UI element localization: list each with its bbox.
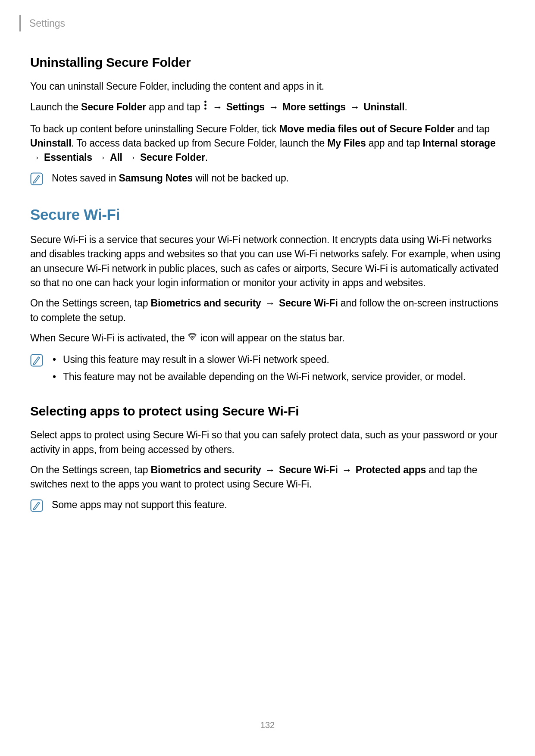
arrow: → [346, 101, 363, 112]
text: app and tap [366, 137, 422, 149]
text-bold: Protected apps [356, 464, 426, 475]
text-bold: Secure Folder [81, 101, 146, 112]
text: and tap [454, 123, 490, 134]
text-bold: Biometrics and security [151, 297, 261, 309]
text-bold: Uninstall [363, 101, 404, 112]
text-bold: Move media files out of Secure Folder [279, 123, 455, 134]
list-item: Using this feature may result in a slowe… [52, 353, 505, 367]
text: On the Settings screen, tap [30, 297, 151, 309]
text: will not be backed up. [193, 172, 289, 184]
note-icon [30, 354, 43, 367]
more-options-icon [204, 100, 207, 114]
note-list: Using this feature may result in a slowe… [52, 353, 505, 387]
text: icon will appear on the status bar. [198, 332, 345, 344]
uninstall-p3: To back up content before uninstalling S… [30, 122, 505, 165]
note-block: Notes saved in Samsung Notes will not be… [30, 171, 505, 185]
note-block: Using this feature may result in a slowe… [30, 353, 505, 387]
svg-point-2 [204, 108, 206, 110]
text-bold: Samsung Notes [119, 172, 193, 184]
text-bold: More settings [282, 101, 346, 112]
svg-rect-3 [31, 173, 43, 184]
arrow: → [265, 101, 282, 112]
list-item: This feature may not be available depend… [52, 370, 505, 384]
svg-point-0 [204, 101, 206, 103]
text: On the Settings screen, tap [30, 464, 151, 475]
arrow: → [338, 464, 356, 475]
note-icon [30, 499, 43, 512]
note-text: Some apps may not support this feature. [52, 498, 505, 512]
header-divider [19, 15, 21, 31]
selecting-p1: Select apps to protect using Secure Wi-F… [30, 428, 505, 457]
text-bold: All [110, 152, 122, 163]
arrow: → [261, 297, 279, 309]
arrow: → [122, 152, 140, 163]
secure-wifi-heading: Secure Wi-Fi [30, 206, 505, 223]
page-header: Settings [30, 15, 505, 31]
arrow: → [261, 464, 279, 475]
header-title: Settings [29, 18, 65, 29]
arrow: → [209, 101, 226, 112]
text: When Secure Wi-Fi is activated, the [30, 332, 188, 344]
text: app and tap [146, 101, 203, 112]
note-block: Some apps may not support this feature. [30, 498, 505, 512]
text-bold: Uninstall [30, 137, 71, 149]
text-bold: Biometrics and security [151, 464, 261, 475]
text-bold: Secure Folder [140, 152, 205, 163]
uninstall-p1: You can uninstall Secure Folder, includi… [30, 79, 505, 94]
text: . [205, 152, 208, 163]
text-bold: Secure Wi-Fi [279, 464, 338, 475]
text-bold: Settings [226, 101, 265, 112]
svg-rect-4 [31, 355, 43, 366]
secure-wifi-p3: When Secure Wi-Fi is activated, the icon… [30, 331, 505, 347]
secure-wifi-status-icon [188, 331, 197, 345]
text: Launch the [30, 101, 81, 112]
svg-rect-5 [31, 500, 43, 511]
arrow: → [92, 152, 110, 163]
text-bold: Internal storage [422, 137, 495, 149]
text: Notes saved in [52, 172, 119, 184]
secure-wifi-p2: On the Settings screen, tap Biometrics a… [30, 296, 505, 325]
uninstall-heading: Uninstalling Secure Folder [30, 55, 505, 70]
text-bold: My Files [327, 137, 366, 149]
secure-wifi-p1: Secure Wi-Fi is a service that secures y… [30, 233, 505, 290]
text-bold: Secure Wi-Fi [279, 297, 338, 309]
text: . To access data backed up from Secure F… [71, 137, 327, 149]
note-icon [30, 172, 43, 185]
uninstall-p2: Launch the Secure Folder app and tap → S… [30, 100, 505, 116]
text: . [404, 101, 407, 112]
page-number: 132 [0, 720, 535, 730]
selecting-heading: Selecting apps to protect using Secure W… [30, 404, 505, 419]
text: To back up content before uninstalling S… [30, 123, 279, 134]
selecting-p2: On the Settings screen, tap Biometrics a… [30, 463, 505, 492]
note-text: Notes saved in Samsung Notes will not be… [52, 171, 505, 185]
text-bold: Essentials [44, 152, 92, 163]
svg-point-1 [204, 104, 206, 106]
